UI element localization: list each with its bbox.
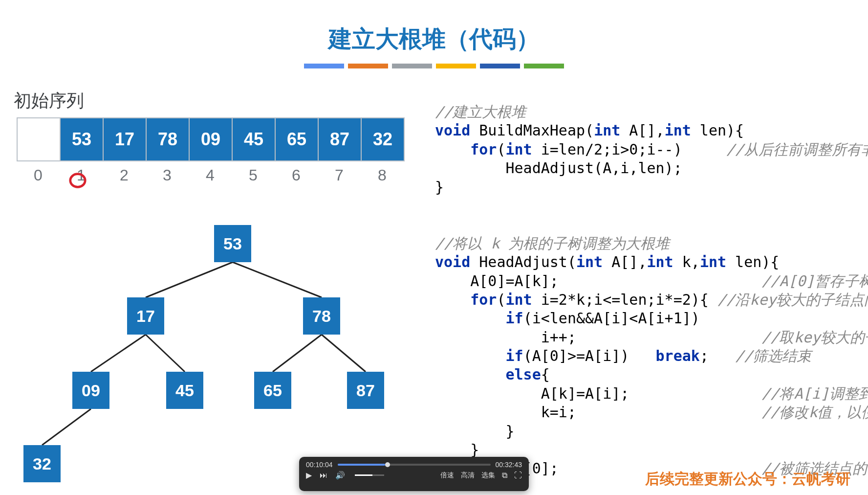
video-player-controls: 00:10:04 00:32:43 ▶ ⏭ 🔊 倍速 高清 选集 ⧉ ⛶ xyxy=(299,457,529,491)
volume-icon[interactable]: 🔊 xyxy=(335,471,345,480)
index-cell: 2 xyxy=(103,166,146,184)
watermark-footer: 后续完整更新公众号：云帆考研 xyxy=(645,469,850,489)
array-cell: 87 xyxy=(318,118,361,161)
tree-node: 17 xyxy=(127,297,164,335)
initial-sequence-label: 初始序列 xyxy=(14,89,84,113)
svg-line-2 xyxy=(233,262,322,297)
speed-button[interactable]: 倍速 xyxy=(440,471,454,480)
code-block: //建立大根堆 void BuildMaxHeap(int A[],int le… xyxy=(435,103,860,478)
index-cell: 7 xyxy=(318,166,361,184)
tree-node: 78 xyxy=(303,297,340,335)
tree-node: 53 xyxy=(214,225,251,262)
episodes-button[interactable]: 选集 xyxy=(481,471,495,480)
next-icon[interactable]: ⏭ xyxy=(320,471,327,480)
svg-line-3 xyxy=(91,335,146,372)
index-cell: 4 xyxy=(189,166,232,184)
index-cell: 8 xyxy=(361,166,404,184)
pip-icon[interactable]: ⧉ xyxy=(502,471,507,480)
array-row: 53 17 78 09 45 65 87 32 xyxy=(17,117,405,161)
svg-point-0 xyxy=(70,174,85,187)
array-cell: 32 xyxy=(361,118,404,161)
tree-node: 09 xyxy=(72,372,109,409)
array-cell: 09 xyxy=(189,118,232,161)
volume-slider[interactable] xyxy=(355,474,384,476)
array-cell: 45 xyxy=(232,118,275,161)
svg-line-4 xyxy=(146,335,185,372)
heap-tree-diagram: 53 17 78 09 45 65 87 32 xyxy=(15,215,415,489)
array-cell xyxy=(17,118,60,161)
highlight-circle-icon xyxy=(68,171,87,190)
time-current: 00:10:04 xyxy=(306,461,333,469)
time-total: 00:32:43 xyxy=(496,461,522,469)
index-cell: 5 xyxy=(232,166,275,184)
index-cell: 6 xyxy=(275,166,318,184)
play-icon[interactable]: ▶ xyxy=(306,471,312,480)
array-cell: 53 xyxy=(60,118,103,161)
tree-node: 65 xyxy=(254,372,291,409)
tree-node: 87 xyxy=(347,372,384,409)
fullscreen-icon[interactable]: ⛶ xyxy=(514,471,522,480)
decorative-color-bars xyxy=(0,64,868,68)
page-title: 建立大根堆（代码） xyxy=(0,23,868,55)
array-cell: 17 xyxy=(103,118,146,161)
tree-node: 45 xyxy=(166,372,203,409)
array-cell: 65 xyxy=(275,118,318,161)
svg-line-7 xyxy=(42,409,91,445)
array-cell: 78 xyxy=(146,118,189,161)
svg-line-6 xyxy=(322,335,366,372)
svg-line-1 xyxy=(146,262,233,297)
index-cell: 0 xyxy=(17,166,60,184)
quality-button[interactable]: 高清 xyxy=(461,471,475,480)
index-cell: 3 xyxy=(146,166,189,184)
tree-node: 32 xyxy=(23,445,61,482)
svg-line-5 xyxy=(273,335,322,372)
progress-bar[interactable] xyxy=(338,464,491,466)
